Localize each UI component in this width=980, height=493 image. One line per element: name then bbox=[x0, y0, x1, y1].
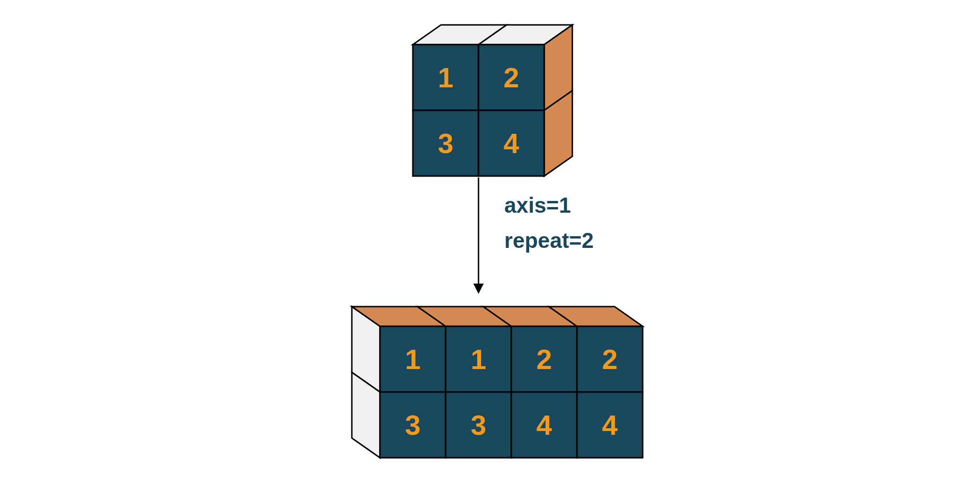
result-cell-value: 2 bbox=[536, 344, 552, 375]
result-cell-value: 1 bbox=[471, 344, 486, 375]
source-cell-value: 1 bbox=[438, 62, 453, 93]
source-cell-value: 4 bbox=[503, 128, 519, 159]
result-cell-value: 2 bbox=[602, 344, 617, 375]
repeat-diagram: 1234axis=1repeat=211223344 bbox=[0, 0, 980, 493]
result-cell-value: 4 bbox=[536, 409, 552, 441]
operation-repeat-label: repeat=2 bbox=[504, 228, 594, 253]
source-cell-value: 3 bbox=[438, 128, 453, 159]
result-cell-value: 3 bbox=[405, 409, 420, 441]
arrow-head-icon bbox=[473, 284, 484, 294]
operation-axis-label: axis=1 bbox=[504, 193, 571, 217]
result-cell-value: 1 bbox=[405, 344, 420, 375]
result-cell-value: 3 bbox=[471, 409, 486, 441]
result-cell-value: 4 bbox=[602, 409, 618, 441]
source-cell-value: 2 bbox=[503, 62, 519, 93]
